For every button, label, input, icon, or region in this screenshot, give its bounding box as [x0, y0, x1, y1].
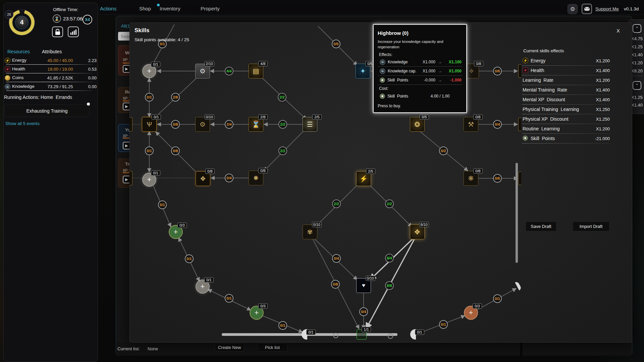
arrow-right-icon: →: [435, 78, 445, 82]
knowledge-icon: ʍ: [380, 59, 385, 65]
effect-name: Mental XP Discount: [523, 97, 565, 102]
tooltip-press-to-buy: Press to buy.: [378, 104, 462, 108]
skill-points-icon: [380, 94, 385, 99]
effect-value: X1.250: [596, 107, 610, 112]
health-icon: ♥: [523, 67, 528, 73]
cost-value: 4.00 / 1.00: [419, 94, 462, 99]
skill-effect-row: Routine LearningX1.200: [522, 124, 610, 134]
tooltip-effect-row: ʍKnowledge cap.X1.000→X1.050: [378, 67, 462, 76]
effect-name: Knowledge: [388, 60, 419, 64]
skill-tooltip: Highbrow (0) Increase your knowledge cap…: [373, 24, 467, 113]
close-button[interactable]: X: [616, 28, 620, 34]
effect-name: Physical Training Learning: [523, 107, 579, 112]
effect-from: -0.000: [419, 78, 435, 82]
tooltip-effects-label: Effects:: [379, 52, 462, 57]
tooltip-title: Highbrow (0): [378, 30, 462, 36]
effect-to: -1.000: [445, 78, 462, 82]
import-draft-button[interactable]: Import Draft: [573, 222, 609, 231]
effect-from: X1.000: [419, 60, 435, 64]
effect-name: Knowledge cap.: [388, 69, 419, 73]
effect-value: X1.200: [596, 58, 610, 63]
effect-name: Health: [531, 68, 544, 73]
tooltip-effect-row: Skill Points-0.000→-1.000: [378, 76, 462, 85]
arrow-right-icon: →: [435, 60, 445, 64]
skill-effect-row: ♥HealthX1.400: [522, 66, 610, 75]
tooltip-effect-row: ʍKnowledgeX1.000→X1.100: [378, 58, 462, 67]
effect-from: X1.000: [419, 69, 435, 73]
effect-to: X1.050: [445, 69, 462, 73]
effect-to: X1.100: [445, 60, 462, 64]
effect-name: Mental Training Rate: [523, 87, 567, 93]
skill-points-available: Skill points available: 4 / 25: [135, 37, 189, 42]
skill-effect-row: ⚡EnergyX1.200: [522, 56, 610, 66]
skill-effect-row: Mental Training RateX1.400: [522, 85, 610, 95]
energy-icon: ⚡: [523, 58, 528, 63]
skill-effect-row: Mental XP DiscountX1.400: [522, 95, 610, 105]
effect-value: X1.200: [596, 126, 610, 131]
arrow-right-icon: →: [435, 69, 445, 73]
effect-value: X1.250: [596, 117, 610, 122]
tooltip-description: Increase your knowledge capacity and reg…: [378, 39, 458, 50]
skills-panel-chrome: Skills Skill points available: 4 / 25 X …: [0, 0, 644, 362]
effect-name: Energy: [531, 58, 545, 63]
save-draft-button[interactable]: Save Draft: [526, 222, 556, 231]
effect-value: X1.400: [596, 97, 610, 102]
divider: [522, 143, 610, 143]
effect-name: Skill Points: [531, 136, 555, 141]
effect-name: Routine Learning: [523, 126, 560, 131]
game-screen: Actions Shop Inventory Property ⚙ Suppor…: [0, 0, 644, 362]
effect-name: Learning Rate: [523, 77, 553, 83]
skills-title: Skills: [135, 27, 149, 34]
effect-value: -21.000: [595, 136, 610, 141]
cost-name: Skill Points: [387, 94, 419, 99]
skill-effect-row: Physical Training LearningX1.250: [522, 105, 610, 114]
effect-name: Skill Points: [387, 78, 419, 82]
skill-effect-row: Skill Points-21.000: [522, 134, 610, 143]
skill-effect-row: Learning RateX1.200: [522, 75, 610, 85]
knowledge-icon: ʍ: [380, 68, 385, 74]
skill-points-icon: [380, 77, 385, 83]
effect-value: X1.400: [596, 87, 610, 93]
skill-effect-row: Physical XP DiscountX1.250: [522, 114, 610, 124]
tooltip-cost-row: Skill Points 4.00 / 1.00: [378, 92, 462, 101]
effect-name: Physical XP Discount: [523, 116, 569, 122]
skill-points-icon: [523, 135, 528, 141]
effects-panel-title: Current skills effects: [523, 48, 564, 53]
tooltip-cost-label: Cost:: [379, 86, 462, 91]
effect-value: X1.400: [596, 68, 610, 73]
effect-value: X1.200: [596, 78, 610, 83]
